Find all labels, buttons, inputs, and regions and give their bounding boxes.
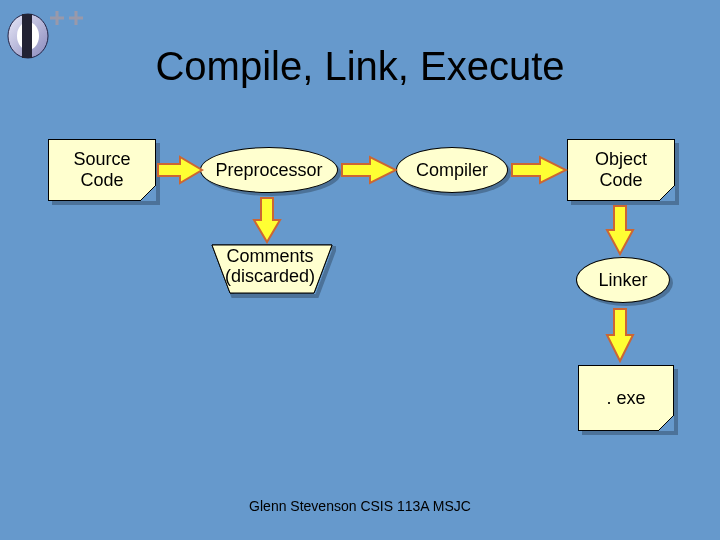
arrow-right-icon	[156, 155, 204, 185]
svg-marker-11	[607, 309, 633, 361]
page-title: Compile, Link, Execute	[0, 44, 720, 89]
exe-box: . exe	[578, 365, 674, 431]
svg-marker-6	[158, 157, 202, 183]
svg-marker-8	[512, 157, 566, 183]
arrow-right-icon	[510, 155, 568, 185]
object-code-box: Object Code	[567, 139, 675, 201]
footer-credit: Glenn Stevenson CSIS 113A MSJC	[0, 498, 720, 514]
arrow-down-icon	[605, 307, 635, 363]
comments-label-1: Comments	[226, 246, 313, 266]
preprocessor-oval: Preprocessor	[200, 147, 338, 193]
svg-marker-10	[607, 206, 633, 254]
compiler-oval: Compiler	[396, 147, 508, 193]
comments-trapezoid: Comments (discarded)	[208, 241, 332, 297]
svg-marker-9	[254, 198, 280, 242]
arrow-down-icon	[252, 196, 282, 244]
svg-marker-7	[342, 157, 396, 183]
arrow-right-icon	[340, 155, 398, 185]
arrow-down-icon	[605, 204, 635, 256]
source-code-box: Source Code	[48, 139, 156, 201]
linker-oval: Linker	[576, 257, 670, 303]
comments-label-2: (discarded)	[225, 266, 315, 286]
